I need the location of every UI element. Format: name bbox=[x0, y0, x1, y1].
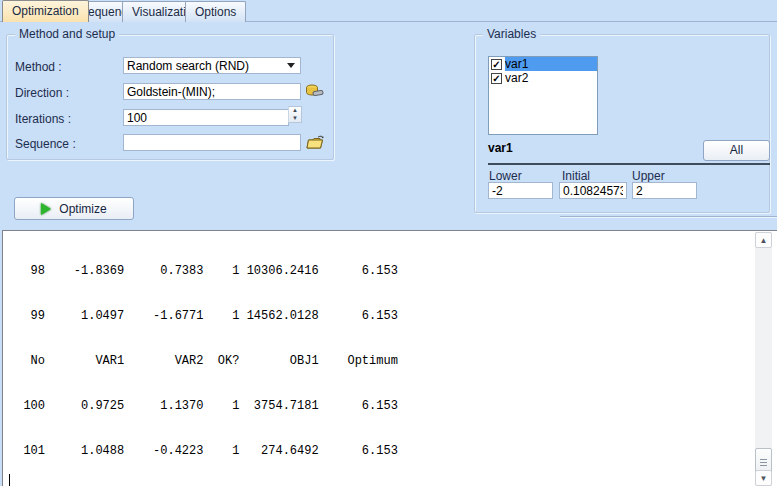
list-item-var2[interactable]: ✓ var2 bbox=[489, 71, 597, 85]
play-icon bbox=[41, 203, 51, 215]
console-line: 100 0.9725 1.1370 1 3754.7181 6.153 bbox=[9, 399, 448, 414]
console-text-block: 98 -1.8369 0.7383 1 10306.2416 6.153 99 … bbox=[9, 234, 448, 486]
optimize-button-label: Optimize bbox=[59, 202, 106, 216]
lower-label: Lower bbox=[489, 169, 522, 183]
console-line: 101 1.0488 -0.4223 1 274.6492 6.153 bbox=[9, 444, 448, 459]
variables-group: Variables ✓ var1 ✓ var2 var1 All Lower I… bbox=[474, 34, 770, 213]
iterations-spinner[interactable]: ▲ ▼ bbox=[288, 106, 302, 123]
tab-options[interactable]: Options bbox=[185, 1, 246, 22]
hidden-panel-edge bbox=[560, 216, 777, 218]
checkbox-checked-icon[interactable]: ✓ bbox=[491, 73, 502, 84]
variable-label: var1 bbox=[505, 57, 528, 71]
edit-file-icon[interactable] bbox=[305, 83, 325, 99]
list-item-var1[interactable]: ✓ var1 bbox=[489, 57, 597, 71]
spinner-up-icon[interactable]: ▲ bbox=[289, 107, 301, 115]
divider bbox=[488, 163, 770, 165]
direction-input[interactable] bbox=[123, 83, 301, 100]
lower-input[interactable] bbox=[488, 182, 553, 199]
open-folder-icon[interactable] bbox=[305, 134, 325, 150]
upper-label: Upper bbox=[632, 169, 665, 183]
console-line: 99 1.0497 -1.6771 1 14562.0128 6.153 bbox=[9, 309, 448, 324]
initial-label: Initial bbox=[562, 169, 590, 183]
scroll-up-icon[interactable]: ▲ bbox=[755, 232, 772, 248]
method-combobox[interactable]: Random search (RND) bbox=[123, 57, 301, 74]
method-setup-title: Method and setup bbox=[15, 27, 119, 41]
sequence-input[interactable] bbox=[123, 134, 301, 151]
console-line: 98 -1.8369 0.7383 1 10306.2416 6.153 bbox=[9, 264, 448, 279]
application-window: Optimization Sequence Visualization Opti… bbox=[0, 0, 777, 486]
iterations-input[interactable] bbox=[123, 109, 289, 126]
text-cursor bbox=[9, 474, 10, 486]
upper-input[interactable] bbox=[632, 182, 697, 199]
vertical-scrollbar[interactable]: ▲ ▼ bbox=[755, 232, 772, 486]
iterations-label: Iterations : bbox=[15, 112, 71, 126]
method-setup-group: Method and setup Method : Random search … bbox=[6, 34, 334, 160]
thumb-grip-icon bbox=[760, 459, 767, 466]
tab-optimization[interactable]: Optimization bbox=[2, 0, 89, 22]
variables-title: Variables bbox=[483, 27, 540, 41]
tab-bar: Optimization Sequence Visualization Opti… bbox=[0, 0, 777, 22]
optimize-button[interactable]: Optimize bbox=[14, 197, 134, 220]
direction-label: Direction : bbox=[15, 86, 69, 100]
selected-variable-name: var1 bbox=[488, 141, 513, 155]
variables-listbox[interactable]: ✓ var1 ✓ var2 bbox=[488, 56, 598, 135]
checkbox-checked-icon[interactable]: ✓ bbox=[491, 59, 502, 70]
scroll-down-icon[interactable]: ▼ bbox=[755, 470, 772, 486]
all-button[interactable]: All bbox=[703, 140, 770, 161]
method-label: Method : bbox=[15, 60, 62, 74]
variable-label: var2 bbox=[505, 71, 528, 85]
sequence-label: Sequence : bbox=[15, 137, 76, 151]
spinner-down-icon[interactable]: ▼ bbox=[289, 115, 301, 123]
chevron-down-icon bbox=[287, 63, 295, 68]
console-line: No VAR1 VAR2 OK? OBJ1 Optimum bbox=[9, 354, 448, 369]
method-combobox-value: Random search (RND) bbox=[127, 59, 287, 73]
initial-input[interactable] bbox=[559, 182, 627, 199]
console-output[interactable]: 98 -1.8369 0.7383 1 10306.2416 6.153 99 … bbox=[2, 230, 777, 486]
